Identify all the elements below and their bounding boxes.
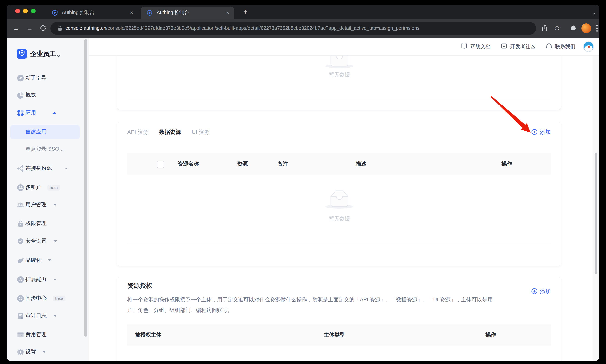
developer-community-label: 开发者社区 xyxy=(510,43,536,50)
section-title: 资源授权 xyxy=(127,282,152,290)
workspace-chevron-down-icon[interactable] xyxy=(56,52,61,59)
sidebar-item-branding[interactable]: 品牌化 xyxy=(7,253,89,267)
url-path: /console/6225dd4297dfdae373e3b0e5/applic… xyxy=(106,26,420,31)
traffic-close-button[interactable] xyxy=(15,9,20,13)
new-tab-button[interactable]: + xyxy=(241,7,250,16)
sidebar-item-applications[interactable]: 应用 xyxy=(7,106,89,120)
sidebar-item-label: 多租户 xyxy=(26,184,41,191)
kebab-menu-icon[interactable] xyxy=(596,24,598,34)
reload-button[interactable] xyxy=(38,24,48,33)
sidebar-item-identity-sources[interactable]: 连接身份源 xyxy=(7,161,89,175)
credit-card-icon xyxy=(17,331,24,338)
contact-us-link[interactable]: 联系我们 xyxy=(546,43,576,51)
sidebar-item-label: 自建应用 xyxy=(26,128,47,135)
bookmark-star-icon[interactable]: ☆ xyxy=(554,23,560,32)
user-avatar[interactable] xyxy=(583,41,594,52)
sidebar-item-multi-tenant[interactable]: 多租户 beta xyxy=(7,181,89,195)
sidebar-item-security-settings[interactable]: 安全设置 xyxy=(7,234,89,248)
sidebar-item-label: 安全设置 xyxy=(26,238,47,245)
empty-box-icon xyxy=(325,189,354,210)
lock-icon xyxy=(57,25,63,33)
gear-icon xyxy=(17,348,24,356)
add-resource-button[interactable]: 添加 xyxy=(531,128,551,137)
sidebar: 企业员工 新手引导 概览 应用 xyxy=(7,38,89,361)
browser-toolbar: ← → console.authing.cn/console/6225dd429… xyxy=(7,19,599,38)
chevron-up-icon xyxy=(49,109,56,116)
sidebar-item-guide[interactable]: 新手引导 xyxy=(7,71,89,85)
column-header: 备注 xyxy=(277,154,288,175)
authing-favicon-icon xyxy=(146,10,153,16)
empty-box-icon xyxy=(325,56,354,70)
add-button-label: 添加 xyxy=(540,129,551,136)
browser-tab-2-active[interactable]: Authing 控制台 × xyxy=(141,7,235,19)
forward-button[interactable]: → xyxy=(25,24,34,33)
sidebar-item-permission-management[interactable]: 权限管理 xyxy=(7,216,89,231)
beta-badge: beta xyxy=(53,296,66,301)
sidebar-item-sync-center[interactable]: 同步中心 beta xyxy=(7,291,89,305)
sidebar-item-self-built-apps[interactable]: 自建应用 xyxy=(7,125,89,139)
column-header: 描述 xyxy=(356,154,366,175)
help-docs-label: 帮助文档 xyxy=(470,43,490,50)
sidebar-item-overview[interactable]: 概览 xyxy=(7,88,89,102)
chevron-down-icon xyxy=(50,238,57,245)
browser-profile-avatar[interactable] xyxy=(581,24,591,33)
sidebar-item-user-management[interactable]: 用户管理 xyxy=(7,198,89,212)
tab-title: Authing 控制台 xyxy=(157,9,224,16)
resources-card: API 资源 数据资源 UI 资源 添加 资源名称 资源 备注 xyxy=(117,122,561,266)
url-bar[interactable]: console.authing.cn/console/6225dd4297dfd… xyxy=(51,22,536,35)
share-nodes-icon xyxy=(17,165,24,172)
table-header-row: 被授权主体 主体类型 操作 xyxy=(127,325,551,346)
sidebar-item-sso[interactable]: 单点登录 SSO... xyxy=(7,142,89,156)
column-header: 资源 xyxy=(237,154,248,175)
help-docs-link[interactable]: 帮助文档 xyxy=(461,43,490,50)
workspace-name[interactable]: 企业员工 xyxy=(30,49,56,59)
back-button[interactable]: ← xyxy=(11,24,21,33)
sidebar-item-settings[interactable]: 设置 xyxy=(7,345,89,359)
shield-check-icon xyxy=(17,237,24,245)
document-icon xyxy=(17,312,24,320)
pie-chart-icon xyxy=(17,91,24,99)
select-all-checkbox[interactable] xyxy=(157,161,164,168)
tab-close-icon[interactable]: × xyxy=(128,9,135,16)
sidebar-item-label: 概览 xyxy=(26,91,36,99)
traffic-maximize-button[interactable] xyxy=(31,9,36,13)
browser-window: Authing 控制台 × Authing 控制台 × + ← → xyxy=(7,5,599,361)
tab-strip: Authing 控制台 × Authing 控制台 × + xyxy=(7,5,599,19)
sync-icon xyxy=(17,295,24,302)
lock-icon xyxy=(17,220,24,227)
sidebar-item-label: 单点登录 SSO... xyxy=(26,146,64,153)
sidebar-item-extensions[interactable]: A 扩展能力 xyxy=(7,273,89,286)
contact-us-label: 联系我们 xyxy=(555,43,576,50)
browser-tab-1[interactable]: Authing 控制台 × xyxy=(46,7,138,19)
sidebar-item-label: 同步中心 xyxy=(26,295,47,302)
url-text: console.authing.cn/console/6225dd4297dfd… xyxy=(65,22,527,35)
page-scrollbar-track[interactable] xyxy=(593,56,599,361)
empty-state-text: 暂无数据 xyxy=(312,215,367,222)
sidebar-item-label: 新手引导 xyxy=(26,74,47,81)
developer-community-link[interactable]: 开发者社区 xyxy=(501,43,536,50)
add-button-label: 添加 xyxy=(540,288,551,295)
compass-icon xyxy=(17,74,24,82)
authing-favicon-icon xyxy=(52,10,58,16)
share-icon[interactable] xyxy=(541,24,548,34)
card-footer-divider xyxy=(127,99,551,99)
tab-ui-resources[interactable]: UI 资源 xyxy=(192,129,210,136)
tab-search-chevron-icon[interactable] xyxy=(591,10,595,17)
sidebar-item-label: 用户管理 xyxy=(26,201,47,208)
tab-data-resources[interactable]: 数据资源 xyxy=(159,129,181,136)
url-host: console.authing.cn xyxy=(65,26,106,31)
sidebar-scrollbar-thumb[interactable] xyxy=(84,39,87,337)
page-scrollbar-thumb[interactable] xyxy=(595,153,597,274)
add-authorization-button[interactable]: 添加 xyxy=(531,287,551,296)
extensions-puzzle-icon[interactable] xyxy=(570,24,577,33)
column-header: 资源名称 xyxy=(178,154,199,175)
headset-icon xyxy=(546,43,552,51)
paintbrush-icon xyxy=(17,257,24,264)
sidebar-item-billing[interactable]: 费用管理 xyxy=(7,328,89,342)
traffic-minimize-button[interactable] xyxy=(23,9,28,13)
workspace-logo-icon[interactable] xyxy=(17,49,27,59)
section-description: 将一个资源的操作权限授予一个主体，用于定义谁可以对什么资源做什么操作，资源是上面… xyxy=(127,295,500,315)
tab-api-resources[interactable]: API 资源 xyxy=(127,129,149,136)
sidebar-item-audit-logs[interactable]: 审计日志 xyxy=(7,309,89,323)
tab-close-icon[interactable]: × xyxy=(224,9,231,16)
